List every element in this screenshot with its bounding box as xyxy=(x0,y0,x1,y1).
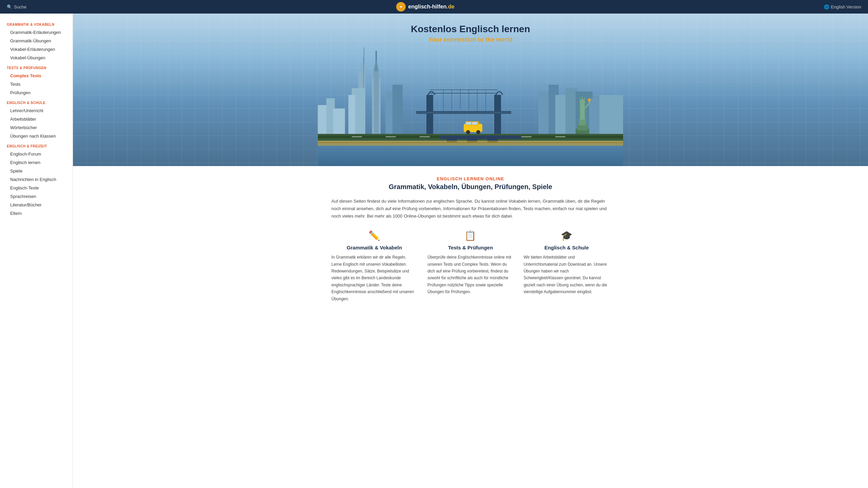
svg-rect-25 xyxy=(494,95,501,139)
col-title: Grammatik & Vokabeln xyxy=(331,245,417,250)
content-heading: Grammatik, Vokabeln, Übungen, Prüfungen,… xyxy=(331,183,610,191)
sidebar-section-title-grammatik-vokabeln: GRAMMATIK & VOKABELN xyxy=(0,19,73,28)
sidebar-item-uebungen-klassen[interactable]: Übungen nach Klassen xyxy=(0,132,73,140)
sidebar-section-title-englisch-freizeit: ENGLISCH & FREIZEIT xyxy=(0,140,73,150)
search-icon: 🔍 xyxy=(7,4,12,9)
svg-rect-52 xyxy=(472,122,477,125)
sidebar-item-nachrichten-englisch[interactable]: Nachrichten in Englisch xyxy=(0,175,73,184)
logo-icon xyxy=(396,2,406,12)
svg-rect-20 xyxy=(565,88,577,139)
col-text: Überprüfe deine Englischkenntnisse onlin… xyxy=(427,254,513,295)
svg-rect-8 xyxy=(364,47,364,64)
sidebar-item-complex-tests[interactable]: Complex Tests xyxy=(0,72,73,80)
svg-rect-66 xyxy=(318,141,623,146)
svg-rect-67 xyxy=(318,142,623,143)
search-label: Suche xyxy=(14,4,26,9)
sidebar-item-vokabel-uebungen[interactable]: Vokabel-Übungen xyxy=(0,54,73,62)
sidebar-item-vokabel-erlaeuterungen[interactable]: Vokabel-Erläuterungen xyxy=(0,45,73,54)
section-header: ENGLISCH LERNEN ONLINE Grammatik, Vokabe… xyxy=(331,176,610,191)
hero-subtitle: Your connection to the world xyxy=(428,36,513,43)
hero-section: Kostenlos Englisch lernen Your connectio… xyxy=(73,14,868,166)
three-columns: ✏️Grammatik & VokabelnIn Grammatik erklä… xyxy=(331,230,610,302)
svg-rect-16 xyxy=(392,85,403,139)
col-title: Tests & Prüfungen xyxy=(427,245,513,250)
column-card-englisch-schule-col: 🎓Englisch & SchuleWir bieten Arbeitsblät… xyxy=(524,230,610,302)
sidebar-item-woerterbucher[interactable]: Wörterbücher xyxy=(0,123,73,132)
sidebar-item-literatur-buecher[interactable]: Literatur/Bücher xyxy=(0,201,73,209)
sidebar-item-arbeitsblaetter[interactable]: Arbeitsblätter xyxy=(0,115,73,123)
svg-rect-10 xyxy=(348,95,355,139)
sidebar-item-pruefungen[interactable]: Prüfungen xyxy=(0,88,73,97)
online-label: ENGLISCH LERNEN ONLINE xyxy=(331,176,610,181)
sidebar-item-grammatik-uebungen[interactable]: Grammatik-Übungen xyxy=(0,37,73,45)
search-area[interactable]: 🔍 Suche xyxy=(7,4,26,9)
svg-rect-12 xyxy=(374,71,379,139)
skyline-illustration xyxy=(73,37,868,166)
main-content: Kostenlos Englisch lernen Your connectio… xyxy=(73,14,868,488)
intro-text: Auf diesen Seiten findest du viele Infor… xyxy=(331,198,610,220)
sidebar-item-grammatik-erlaeuterungen[interactable]: Grammatik-Erläuterungen xyxy=(0,28,73,37)
sidebar-item-tests[interactable]: Tests xyxy=(0,80,73,88)
sidebar-item-lehrer-unterricht[interactable]: Lehrer/Unterricht xyxy=(0,106,73,115)
svg-rect-60 xyxy=(521,136,532,137)
svg-rect-61 xyxy=(555,136,565,137)
english-version-link[interactable]: 🌐 English Version xyxy=(824,4,861,9)
svg-rect-57 xyxy=(420,136,430,137)
globe-icon: 🌐 xyxy=(824,4,829,9)
svg-rect-55 xyxy=(352,136,362,137)
svg-rect-24 xyxy=(426,95,433,139)
logo[interactable]: englisch-hilfen.de xyxy=(396,2,455,12)
col-title: Englisch & Schule xyxy=(524,245,610,250)
sidebar: GRAMMATIK & VOKABELNGrammatik-Erläuterun… xyxy=(0,14,73,488)
sidebar-item-sprachreisen[interactable]: Sprachreisen xyxy=(0,192,73,201)
clipboard-icon: 📋 xyxy=(427,230,513,241)
svg-point-49 xyxy=(466,130,470,134)
svg-rect-14 xyxy=(375,51,377,61)
sidebar-item-eltern[interactable]: Eltern xyxy=(0,209,73,218)
svg-rect-51 xyxy=(466,122,471,125)
sidebar-section-title-englisch-schule: ENGLISCH & SCHULE xyxy=(0,97,73,106)
svg-rect-23 xyxy=(599,95,623,139)
col-text: In Grammatik erklären wir dir alle Regel… xyxy=(331,254,417,302)
logo-text: englisch-hilfen.de xyxy=(408,4,455,10)
svg-rect-39 xyxy=(580,103,585,120)
svg-point-50 xyxy=(476,130,480,134)
column-card-tests-pruefungen-col: 📋Tests & PrüfungenÜberprüfe deine Englis… xyxy=(427,230,513,302)
sidebar-item-englisch-lernen[interactable]: Englisch lernen xyxy=(0,158,73,167)
header: 🔍 Suche englisch-hilfen.de 🌐 English Ver… xyxy=(0,0,868,14)
graduation-icon: 🎓 xyxy=(524,230,610,241)
layout: GRAMMATIK & VOKABELNGrammatik-Erläuterun… xyxy=(0,14,868,488)
sidebar-item-englisch-forum[interactable]: Englisch-Forum xyxy=(0,150,73,158)
sidebar-item-englisch-texte[interactable]: Englisch-Texte xyxy=(0,184,73,192)
svg-rect-56 xyxy=(386,136,396,137)
svg-point-46 xyxy=(588,98,591,102)
col-text: Wir bieten Arbeitsblätter und Unterricht… xyxy=(524,254,610,295)
svg-rect-35 xyxy=(416,112,511,114)
sidebar-section-title-tests-pruefungen: TESTS & PRÜFUNGEN xyxy=(0,62,73,72)
sidebar-item-spiele[interactable]: Spiele xyxy=(0,167,73,175)
pencil-icon: ✏️ xyxy=(331,230,417,241)
hero-title: Kostenlos Englisch lernen xyxy=(411,24,530,35)
content-section: ENGLISCH LERNEN ONLINE Grammatik, Vokabe… xyxy=(318,166,623,312)
column-card-grammatik-vokabeln-col: ✏️Grammatik & VokabelnIn Grammatik erklä… xyxy=(331,230,417,302)
